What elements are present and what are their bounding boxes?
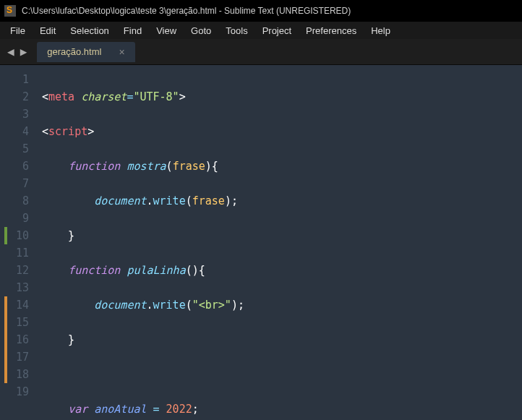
line-number: 1 (4, 71, 29, 88)
code-line: <meta charset="UTF-8"> (36, 88, 401, 106)
line-number: 9 (4, 210, 29, 227)
code-area[interactable]: <meta charset="UTF-8"> <script> function… (36, 65, 401, 420)
menu-file[interactable]: File (3, 24, 33, 38)
code-line (36, 366, 401, 383)
code-line: var anoAtual = 2022; (36, 400, 401, 418)
line-number: 6 (4, 158, 29, 175)
tab-geracao[interactable]: geração.html × (37, 42, 134, 62)
menu-selection[interactable]: Selection (63, 24, 116, 38)
menu-preferences[interactable]: Preferences (299, 24, 364, 38)
line-number: 17 (4, 348, 29, 366)
code-line: document.write("<br>"); (36, 296, 401, 314)
menu-goto[interactable]: Goto (184, 24, 218, 38)
close-icon[interactable]: × (119, 46, 124, 58)
menu-tools[interactable]: Tools (218, 24, 254, 38)
tab-label: geração.html (47, 46, 101, 57)
line-number: 8 (4, 192, 29, 210)
line-number: 3 (4, 106, 29, 123)
menu-project[interactable]: Project (255, 24, 299, 38)
line-number: 5 (4, 140, 29, 158)
window-title: C:\Users\lufac\Desktop\logica\teste 3\ge… (22, 6, 351, 16)
menu-find[interactable]: Find (116, 24, 149, 38)
code-line: } (36, 331, 401, 348)
code-line: function mostra(frase){ (36, 158, 401, 175)
code-line: } (36, 227, 401, 244)
line-number: 7 (4, 175, 29, 192)
app-icon (4, 5, 16, 17)
code-line: function pulaLinha(){ (36, 262, 401, 279)
line-gutter: 12345678910111213141516171819 (0, 65, 36, 420)
line-number: 10 (4, 227, 29, 244)
title-bar: C:\Users\lufac\Desktop\logica\teste 3\ge… (0, 0, 522, 22)
nav-right-icon[interactable]: ▶ (19, 45, 29, 59)
tab-bar: ◀ ▶ geração.html × (0, 39, 522, 65)
line-number: 19 (4, 383, 29, 400)
line-number: 2 (4, 88, 29, 106)
line-number: 16 (4, 331, 29, 348)
line-number: 14 (4, 296, 29, 314)
menu-edit[interactable]: Edit (33, 24, 63, 38)
tab-nav: ◀ ▶ (0, 45, 34, 59)
code-line: document.write(frase); (36, 192, 401, 210)
line-number: 12 (4, 262, 29, 279)
line-number: 4 (4, 123, 29, 140)
line-number: 11 (4, 244, 29, 262)
line-number: 13 (4, 279, 29, 296)
menu-bar: File Edit Selection Find View Goto Tools… (0, 22, 522, 39)
editor[interactable]: 12345678910111213141516171819 <meta char… (0, 65, 522, 420)
nav-left-icon[interactable]: ◀ (6, 45, 16, 59)
menu-help[interactable]: Help (364, 24, 398, 38)
line-number: 15 (4, 314, 29, 331)
menu-view[interactable]: View (149, 24, 184, 38)
code-line: <script> (36, 123, 401, 140)
line-number: 18 (4, 366, 29, 383)
